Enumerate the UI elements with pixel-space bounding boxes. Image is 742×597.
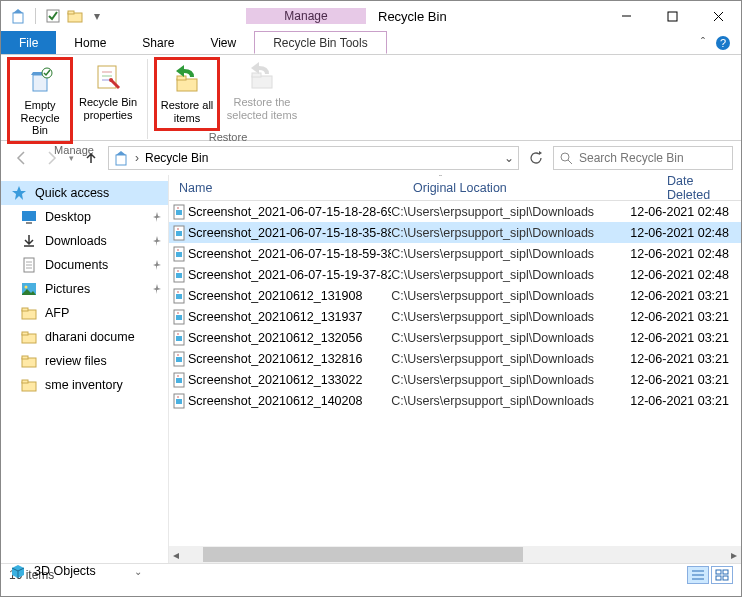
- tab-share[interactable]: Share: [124, 31, 192, 54]
- picture-icon: [21, 281, 37, 297]
- sidebar-item-documents[interactable]: Documents: [1, 253, 168, 277]
- svg-rect-60: [176, 336, 182, 341]
- folder-icon: [21, 329, 37, 345]
- qat-dropdown-icon[interactable]: ▾: [88, 7, 106, 25]
- svg-point-58: [177, 312, 179, 314]
- svg-point-70: [177, 396, 179, 398]
- breadcrumb[interactable]: Recycle Bin: [145, 151, 208, 165]
- table-row[interactable]: Screenshot_2021-06-07-15-18-59-38C:\User…: [169, 243, 741, 264]
- cell-date-deleted: 12-06-2021 02:48: [630, 226, 741, 240]
- sidebar-item-label: Documents: [45, 258, 108, 272]
- svg-rect-63: [176, 357, 182, 362]
- image-file-icon: [171, 393, 188, 409]
- breadcrumb-sep-icon[interactable]: ›: [135, 151, 139, 165]
- recycle-bin-icon[interactable]: [9, 7, 27, 25]
- table-row[interactable]: Screenshot_20210612_140208C:\Users\erpsu…: [169, 390, 741, 411]
- sidebar-item-desktop[interactable]: Desktop: [1, 205, 168, 229]
- image-file-icon: [171, 330, 188, 346]
- document-icon: [21, 257, 37, 273]
- svg-text:?: ?: [720, 37, 726, 49]
- scroll-left-icon[interactable]: ◂: [169, 548, 183, 562]
- svg-rect-45: [176, 231, 182, 236]
- svg-rect-69: [176, 399, 182, 404]
- desktop-icon: [21, 209, 37, 225]
- table-row[interactable]: Screenshot_2021-06-07-15-18-28-69C:\User…: [169, 201, 741, 222]
- svg-rect-5: [668, 12, 677, 21]
- column-name[interactable]: Name: [169, 181, 403, 195]
- tab-home[interactable]: Home: [56, 31, 124, 54]
- address-dropdown-icon[interactable]: ⌄: [504, 151, 514, 165]
- svg-rect-0: [13, 13, 23, 23]
- sidebar-item-pictures[interactable]: Pictures: [1, 277, 168, 301]
- restore-all-items-button[interactable]: Restore all items: [154, 57, 220, 131]
- sidebar-item-afp[interactable]: AFP: [1, 301, 168, 325]
- scroll-right-icon[interactable]: ▸: [727, 548, 741, 562]
- svg-point-52: [177, 270, 179, 272]
- cell-original-location: C:\Users\erpsupport_sipl\Downloads: [391, 289, 630, 303]
- details-view-button[interactable]: [687, 566, 709, 584]
- svg-rect-75: [723, 570, 728, 574]
- search-input[interactable]: Search Recycle Bin: [553, 146, 733, 170]
- table-row[interactable]: Screenshot_2021-06-07-15-19-37-82C:\User…: [169, 264, 741, 285]
- folder-icon: [21, 353, 37, 369]
- sidebar-item-sme-inventory[interactable]: sme inventory: [1, 373, 168, 397]
- nav-up-button[interactable]: [78, 145, 104, 171]
- cell-date-deleted: 12-06-2021 03:21: [630, 331, 741, 345]
- svg-point-32: [25, 286, 28, 289]
- sidebar-item-dharani-docume[interactable]: dharani docume: [1, 325, 168, 349]
- nav-forward-button[interactable]: [39, 145, 65, 171]
- tab-view[interactable]: View: [192, 31, 254, 54]
- file-list[interactable]: Screenshot_2021-06-07-15-18-28-69C:\User…: [169, 201, 741, 546]
- tab-recycle-bin-tools[interactable]: Recycle Bin Tools: [254, 31, 387, 54]
- refresh-button[interactable]: [523, 146, 549, 170]
- restore-selected-icon: [246, 61, 278, 93]
- ribbon-collapse-icon[interactable]: ˆ: [701, 36, 705, 50]
- sidebar-item-label: AFP: [45, 306, 69, 320]
- nav-back-button[interactable]: [9, 145, 35, 171]
- cell-date-deleted: 12-06-2021 03:21: [630, 289, 741, 303]
- help-icon[interactable]: ?: [715, 35, 731, 51]
- sidebar-item-label: Pictures: [45, 282, 90, 296]
- table-row[interactable]: Screenshot_20210612_131937C:\Users\erpsu…: [169, 306, 741, 327]
- tab-file[interactable]: File: [1, 31, 56, 54]
- recycle-bin-properties-button[interactable]: Recycle Bin properties: [75, 57, 141, 144]
- sidebar-item-review-files[interactable]: review files: [1, 349, 168, 373]
- qat-folder-icon[interactable]: [66, 7, 84, 25]
- cell-original-location: C:\Users\erpsupport_sipl\Downloads: [391, 247, 630, 261]
- column-date-deleted[interactable]: Date Deleted: [657, 175, 741, 202]
- svg-rect-38: [22, 356, 28, 359]
- svg-point-46: [177, 228, 179, 230]
- navigation-pane[interactable]: Quick access DesktopDownloadsDocumentsPi…: [1, 175, 169, 563]
- sidebar-item-3d-objects[interactable]: 3D Objects ⌄: [10, 563, 142, 579]
- cell-date-deleted: 12-06-2021 02:48: [630, 268, 741, 282]
- maximize-button[interactable]: [649, 1, 695, 31]
- cell-date-deleted: 12-06-2021 03:21: [630, 394, 741, 408]
- sidebar-item-label: review files: [45, 354, 107, 368]
- address-bar[interactable]: › Recycle Bin ⌄: [108, 146, 519, 170]
- empty-recycle-bin-button[interactable]: Empty Recycle Bin: [7, 57, 73, 144]
- table-row[interactable]: Screenshot_20210612_132816C:\Users\erpsu…: [169, 348, 741, 369]
- qat-checkbox-icon[interactable]: [44, 7, 62, 25]
- sidebar-item-quick-access[interactable]: Quick access: [1, 181, 168, 205]
- restore-selected-label: Restore the selected items: [224, 96, 300, 121]
- cell-original-location: C:\Users\erpsupport_sipl\Downloads: [391, 352, 630, 366]
- svg-rect-12: [98, 66, 116, 88]
- table-row[interactable]: Screenshot_20210612_131908C:\Users\erpsu…: [169, 285, 741, 306]
- nav-history-dropdown[interactable]: ▾: [69, 153, 74, 163]
- table-row[interactable]: Screenshot_20210612_132056C:\Users\erpsu…: [169, 327, 741, 348]
- scrollbar-thumb[interactable]: [203, 547, 523, 562]
- minimize-button[interactable]: [603, 1, 649, 31]
- large-icons-view-button[interactable]: [711, 566, 733, 584]
- sidebar-item-downloads[interactable]: Downloads: [1, 229, 168, 253]
- table-row[interactable]: Screenshot_20210612_133022C:\Users\erpsu…: [169, 369, 741, 390]
- sidebar-scroll-down-icon[interactable]: ⌄: [134, 566, 142, 577]
- table-row[interactable]: Screenshot_2021-06-07-15-18-35-88C:\User…: [169, 222, 741, 243]
- cell-name: Screenshot_20210612_140208: [188, 394, 391, 408]
- close-button[interactable]: [695, 1, 741, 31]
- sidebar-item-label: sme inventory: [45, 378, 123, 392]
- svg-line-23: [568, 160, 572, 164]
- sort-indicator-icon: ˆ: [439, 175, 442, 183]
- image-file-icon: [171, 372, 188, 388]
- horizontal-scrollbar[interactable]: ◂ ▸: [169, 546, 741, 563]
- column-header-row[interactable]: Name ˆ Original Location Date Deleted: [169, 175, 741, 201]
